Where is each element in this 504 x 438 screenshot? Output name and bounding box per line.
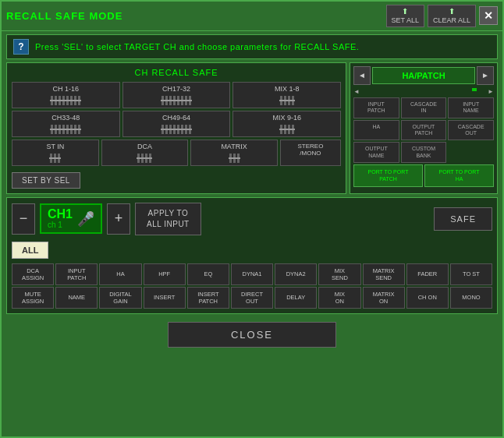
input-name-btn[interactable]: INPUTNAME (448, 97, 494, 118)
slider (229, 154, 232, 163)
indicator-light (472, 88, 477, 91)
right-panel: ◄ HA/PATCH ► ◄ ► INPUTPATCH CASCADEIN IN… (350, 62, 498, 194)
input-patch-btn[interactable]: INPUTPATCH (353, 97, 399, 118)
slider (51, 96, 53, 105)
slider (189, 96, 191, 105)
ch-block-1-16[interactable]: CH 1-16 (12, 82, 120, 108)
all-button-row: ALL (12, 242, 492, 259)
slider (50, 154, 52, 163)
ch-block-dca[interactable]: DCA (101, 140, 189, 166)
safe-button[interactable]: SAFE (434, 207, 492, 231)
ch-block-49-64[interactable]: CH49-64 (122, 111, 231, 137)
apply-to-all-input-button[interactable]: APPLY TOALL INPUT (135, 203, 201, 235)
slider (169, 125, 172, 134)
close-bar: CLOSE (2, 317, 502, 352)
ch-block-mix9-16[interactable]: MIX 9-16 (232, 111, 341, 137)
others-label: ◄ (353, 88, 360, 95)
slider (78, 96, 80, 105)
right-arrow-tab[interactable]: ► (477, 66, 494, 85)
clear-all-icon: ⬆ (449, 7, 455, 16)
slider (145, 154, 147, 163)
slider (55, 125, 57, 134)
window-title: RECALL SAFE MODE (6, 10, 122, 22)
ha-patch-tab[interactable]: HA/PATCH (372, 67, 475, 84)
ch-block-stereo-mono[interactable]: STEREO/MONO (280, 140, 341, 166)
set-all-button[interactable]: ⬆ SET ALL (386, 5, 424, 27)
ch-block-label: MIX 9-16 (236, 114, 337, 122)
all-button[interactable]: ALL (12, 242, 48, 259)
param-row-1: DCAASSIGN INPUTPATCH HA HPF EQ DYNA1 DYN… (12, 263, 492, 285)
output-patch-btn[interactable]: OUTPUTPATCH (401, 120, 447, 141)
ch-block-label: DCA (105, 143, 185, 150)
matrix-on-button[interactable]: MATRIXON (363, 287, 405, 309)
mono-button[interactable]: MONO (450, 287, 492, 309)
slider (161, 96, 164, 105)
param-row-2: MUTEASSIGN NAME DIGITALGAIN INSERT INSER… (12, 287, 492, 309)
channel-name: CH1 (48, 208, 73, 221)
ch-recall-title: CH RECALL SAFE (12, 68, 341, 77)
close-button[interactable]: CLOSE (168, 322, 336, 348)
mix-send-button[interactable]: MIXSEND (318, 263, 360, 285)
eq-button[interactable]: EQ (187, 263, 229, 285)
delay-button[interactable]: DELAY (275, 287, 317, 309)
port-to-port-patch-btn[interactable]: PORT TO PORTPATCH (353, 164, 423, 187)
channel-sub: ch 1 (48, 221, 73, 229)
left-arrow-tab[interactable]: ◄ (353, 66, 371, 85)
ch-block-17-32[interactable]: CH17-32 (122, 82, 231, 108)
clear-all-button[interactable]: ⬆ CLEAR ALL (428, 5, 476, 27)
slider (62, 96, 65, 105)
info-text: Press 'SEL' to select TARGET CH and choo… (35, 42, 359, 51)
ch-sliders (236, 123, 337, 134)
ch-sliders (126, 94, 227, 105)
dca-assign-button[interactable]: DCAASSIGN (12, 263, 54, 285)
info-icon: ? (13, 39, 29, 55)
port-to-port-grid: PORT TO PORTPATCH PORT TO PORTHA (353, 164, 494, 187)
ha-param-button[interactable]: HA (99, 263, 141, 285)
hpf-button[interactable]: HPF (144, 263, 186, 285)
name-button[interactable]: NAME (55, 287, 98, 309)
port-to-port-ha-btn[interactable]: PORT TO PORTHA (424, 164, 494, 187)
slider (185, 96, 187, 105)
channel-decrement-button[interactable]: − (12, 203, 35, 235)
slider (70, 96, 73, 105)
slider (181, 125, 183, 134)
rack-label: ► (488, 88, 494, 95)
channel-increment-button[interactable]: + (107, 203, 130, 235)
direct-out-button[interactable]: DIRECTOUT (231, 287, 273, 309)
slider (165, 125, 168, 134)
cascade-out-btn[interactable]: CASCADEOUT (448, 120, 494, 141)
ch-block-matrix[interactable]: MATRIX (190, 140, 278, 166)
dyna1-button[interactable]: DYNA1 (231, 263, 273, 285)
content-area: CH RECALL SAFE CH 1-16 (2, 62, 502, 194)
set-all-icon: ⬆ (402, 7, 408, 16)
window-close-button[interactable]: ✕ (479, 6, 498, 25)
set-by-sel-button[interactable]: SET BY SEL (12, 172, 80, 189)
insert-button[interactable]: INSERT (144, 287, 186, 309)
bottom-section: − CH1 ch 1 🎤 + APPLY TOALL INPUT SAFE AL… (6, 197, 498, 314)
cascade-in-btn[interactable]: CASCADEIN (401, 97, 447, 118)
slider (59, 125, 61, 134)
digital-gain-button[interactable]: DIGITALGAIN (99, 287, 141, 309)
slider (54, 154, 56, 163)
dyna2-button[interactable]: DYNA2 (275, 263, 317, 285)
ha-btn[interactable]: HA (353, 120, 399, 141)
insert-patch-button[interactable]: INSERTPATCH (187, 287, 229, 309)
mix-on-button[interactable]: MIXON (318, 287, 360, 309)
to-st-button[interactable]: TO ST (450, 263, 492, 285)
ch-block-33-48[interactable]: CH33-48 (12, 111, 120, 137)
ch-block-mix1-8[interactable]: MIX 1-8 (232, 82, 341, 108)
ch-block-stin[interactable]: ST IN (12, 140, 99, 166)
custom-bank-btn[interactable]: CUSTOMBANK (401, 142, 447, 163)
slider (284, 96, 286, 105)
ch-grid-row3: ST IN DCA (12, 140, 341, 166)
ch-on-button[interactable]: CH ON (406, 287, 449, 309)
ch-block-label: MIX 1-8 (236, 85, 337, 93)
matrix-send-button[interactable]: MATRIXSEND (363, 263, 405, 285)
mute-assign-button[interactable]: MUTEASSIGN (12, 287, 54, 309)
input-patch-param-button[interactable]: INPUTPATCH (55, 263, 98, 285)
ch-block-label: CH 1-16 (16, 85, 116, 93)
output-name-btn[interactable]: OUTPUTNAME (353, 142, 399, 163)
fader-button[interactable]: FADER (406, 263, 449, 285)
slider (66, 96, 69, 105)
slider (177, 125, 179, 134)
